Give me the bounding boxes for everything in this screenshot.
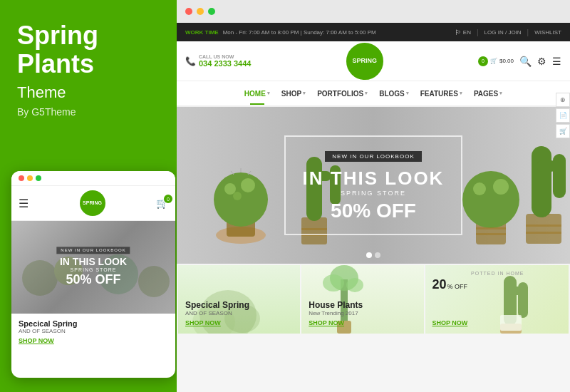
flag-icon: 🏳 <box>455 29 462 36</box>
menu-shop-label: SHOP <box>281 90 301 98</box>
hero-tag: NEW IN OUR LOOKBOOK <box>325 151 421 162</box>
phone-number[interactable]: 034 2333 3444 <box>199 59 251 68</box>
mobile-hero-overlay: NEW IN OUR LOOKBOOK IN THIS LOOK SPRING … <box>56 247 130 287</box>
top-bar: WORK TIME Mon - Fri: 7:00 AM to 8:00 PM … <box>177 23 570 41</box>
side-btn-3[interactable]: 🛒 <box>556 124 570 138</box>
topbar-wishlist[interactable]: WISHLIST <box>534 29 561 36</box>
menu-pages-arrow: ▾ <box>499 91 502 96</box>
menu-pages-label: PAGES <box>474 90 498 98</box>
menu-home-label: HOME <box>244 90 266 98</box>
menu-portfolios-arrow: ▾ <box>365 91 368 96</box>
card3-label: POTTED IN HOME <box>432 271 564 276</box>
svg-point-3 <box>138 266 170 297</box>
call-label: CALL US NOW <box>199 54 251 59</box>
card3-shop-now[interactable]: SHOP NOW <box>432 319 562 326</box>
cart-icon: 🛒 <box>490 58 497 64</box>
menu-portfolios-label: PORTFOLIOS <box>317 90 363 98</box>
card3-badge: POTTED IN HOME 20 % OFF <box>432 271 564 292</box>
hero-price: 50% OFF <box>303 200 445 222</box>
nav-logo[interactable]: SPRING <box>346 43 383 80</box>
card1-shop-now[interactable]: SHOP NOW <box>185 319 293 326</box>
menu-features-arrow: ▾ <box>460 91 462 96</box>
mobile-cart-badge: 0 <box>164 195 172 203</box>
mobile-nav: ☰ SPRING 🛒 0 <box>11 186 175 221</box>
topbar-divider2: | <box>527 29 529 36</box>
topbar-flag: 🏳 EN <box>455 29 471 36</box>
card2-shop-now[interactable]: SHOP NOW <box>309 319 416 326</box>
topbar-login[interactable]: LOG IN / JOIN <box>484 29 522 36</box>
menu-item-shop[interactable]: SHOP ▾ <box>281 90 306 98</box>
browser-titlebar <box>177 0 570 23</box>
mobile-section-title: Specical Spring <box>19 319 168 328</box>
card1-subtitle: AND OF SEASON <box>185 310 293 316</box>
work-time-label: WORK TIME <box>185 29 219 36</box>
topbar-divider: | <box>477 29 479 36</box>
mobile-hero-title: IN THIS LOOK <box>56 257 130 267</box>
nav-phone: 📞 CALL US NOW 034 2333 3444 <box>185 54 251 68</box>
cart-amount: $0.00 <box>499 58 514 64</box>
side-toolbar: ⊕ 📄 🛒 <box>556 93 570 138</box>
card-house-plants: House Plants New Trending 2017 SHOP NOW <box>301 265 423 334</box>
slider-dot-1[interactable] <box>366 252 372 258</box>
topbar-right: 🏳 EN | LOG IN / JOIN | WISHLIST <box>455 29 561 36</box>
mobile-hero-tag: NEW IN OUR LOOKBOOK <box>56 247 130 254</box>
search-icon[interactable]: 🔍 <box>519 56 532 67</box>
card1-title: Specical Spring <box>185 300 293 310</box>
menu-shop-arrow: ▾ <box>303 91 306 96</box>
mobile-hero-price: 50% OFF <box>56 273 130 288</box>
menu-bar: HOME ▾ SHOP ▾ PORTFOLIOS ▾ BLOGS ▾ FEATU… <box>177 81 570 107</box>
hero-overlay: NEW IN OUR LOOKBOOK IN THIS LOOK SPRING … <box>177 107 570 264</box>
topbar-hours: Mon - Fri: 7:00 AM to 8:00 PM | Sunday: … <box>223 29 376 36</box>
topbar-lang: EN <box>463 29 471 36</box>
topbar-left: WORK TIME Mon - Fri: 7:00 AM to 8:00 PM … <box>185 29 376 36</box>
nav-contact: CALL US NOW 034 2333 3444 <box>199 54 251 68</box>
svg-point-37 <box>323 274 344 292</box>
menu-item-pages[interactable]: PAGES ▾ <box>474 90 502 98</box>
hero-subtitle: SPRING STORE <box>303 190 445 197</box>
settings-icon[interactable]: ⚙ <box>537 56 546 67</box>
menu-home-arrow: ▾ <box>267 91 270 96</box>
mobile-logo: SPRING <box>80 190 105 216</box>
svg-point-38 <box>346 278 363 292</box>
mobile-titlebar <box>11 171 175 186</box>
side-btn-1[interactable]: ⊕ <box>556 93 570 107</box>
browser-dot-minimize <box>197 8 204 15</box>
card3-pct: 20 <box>432 277 447 292</box>
menu-item-portfolios[interactable]: PORTFOLIOS ▾ <box>317 90 368 98</box>
mobile-dot-green <box>36 175 41 181</box>
mobile-mockup: ☰ SPRING 🛒 0 NEW IN OUR LOOKBOOK IN THIS… <box>11 171 175 378</box>
card2-subtitle: New Trending 2017 <box>309 310 416 316</box>
card3-content: SHOP NOW <box>432 319 562 326</box>
menu-blogs-label: BLOGS <box>379 90 405 98</box>
hero-title: IN THIS LOOK <box>303 167 445 190</box>
menu-blogs-arrow: ▾ <box>406 91 409 96</box>
hero-content: NEW IN OUR LOOKBOOK IN THIS LOOK SPRING … <box>284 135 463 235</box>
theme-byline: By G5Theme <box>17 106 160 118</box>
nav-cart[interactable]: 0 🛒 $0.00 <box>478 56 514 66</box>
mobile-hero: NEW IN OUR LOOKBOOK IN THIS LOOK SPRING … <box>11 221 175 314</box>
nav-logo-text: SPRING <box>352 58 377 65</box>
card-specical-spring: Specical Spring AND OF SEASON SHOP NOW <box>178 265 300 334</box>
menu-item-blogs[interactable]: BLOGS ▾ <box>379 90 409 98</box>
card3-price-row: 20 % OFF <box>432 277 564 292</box>
card-potted-home: POTTED IN HOME 20 % OFF SHOP NOW <box>425 265 569 334</box>
theme-subtitle: Theme <box>17 83 160 102</box>
bottom-cards: Specical Spring AND OF SEASON SHOP NOW H… <box>177 264 570 335</box>
card2-title: House Plants <box>309 300 416 310</box>
phone-icon: 📞 <box>185 56 196 66</box>
side-btn-2[interactable]: 📄 <box>556 108 570 123</box>
card1-content: Specical Spring AND OF SEASON SHOP NOW <box>185 300 293 326</box>
mobile-dot-yellow <box>27 175 33 181</box>
mobile-shop-now[interactable]: SHOP NOW <box>19 337 168 344</box>
menu-item-home[interactable]: HOME ▾ <box>244 90 270 98</box>
theme-title: Spring Plants <box>17 21 160 78</box>
list-icon[interactable]: ☰ <box>552 56 561 67</box>
slider-dot-2[interactable] <box>375 252 380 258</box>
slider-dots <box>366 252 380 258</box>
mobile-dot-red <box>19 175 24 181</box>
hamburger-icon: ☰ <box>19 197 28 210</box>
menu-item-features[interactable]: FEATURES ▾ <box>420 90 462 98</box>
main-nav: 📞 CALL US NOW 034 2333 3444 SPRING 0 🛒 $… <box>177 41 570 81</box>
left-panel: Spring Plants Theme By G5Theme ☰ SPRING … <box>0 0 177 392</box>
mobile-bottom: Specical Spring AND OF SEASON SHOP NOW <box>11 314 175 350</box>
